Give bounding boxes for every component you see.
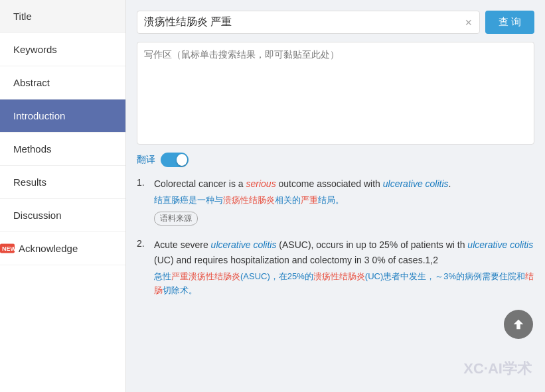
sidebar-item-label: Methods bbox=[13, 143, 52, 155]
sidebar-item-results[interactable]: Results bbox=[0, 166, 125, 199]
result-en-2[interactable]: Acute severe ulcerative colitis (ASUC), … bbox=[154, 237, 534, 267]
sidebar-item-label: Introduction bbox=[13, 110, 65, 121]
results-list: 1. Colorectal cancer is a serious outcom… bbox=[137, 176, 534, 312]
search-input-wrap[interactable]: 溃疡性结肠炎 严重 ✕ bbox=[137, 11, 480, 34]
sidebar-item-label: Discussion bbox=[13, 210, 62, 221]
write-area[interactable] bbox=[137, 42, 534, 145]
sidebar-item-introduction[interactable]: Introduction bbox=[0, 99, 125, 133]
highlight-uc-2a: ulcerative colitis bbox=[211, 239, 277, 250]
search-query-text: 溃疡性结肠炎 严重 bbox=[144, 15, 232, 29]
source-tag-1[interactable]: 语料来源 bbox=[154, 212, 198, 226]
highlight-serious: serious bbox=[246, 178, 276, 189]
highlight-zh-2: 严重 bbox=[301, 195, 318, 205]
highlight-zh-4: 溃疡性结肠炎 bbox=[313, 271, 365, 281]
result-item-1: 1. Colorectal cancer is a serious outcom… bbox=[137, 176, 534, 226]
result-num-1: 1. bbox=[137, 176, 149, 226]
new-badge: NEW bbox=[0, 243, 15, 253]
result-item-2: 2. Acute severe ulcerative colitis (ASUC… bbox=[137, 237, 534, 300]
toggle-knob bbox=[177, 154, 187, 166]
sidebar-item-label: Abstract bbox=[13, 77, 50, 88]
highlight-zh-3: 严重溃疡性结肠炎 bbox=[171, 271, 240, 281]
result-zh-1[interactable]: 结直肠癌是一种与溃疡性结肠炎相关的严重结局。 bbox=[154, 194, 534, 208]
sidebar-item-label: Results bbox=[13, 176, 46, 188]
sidebar: Title Keywords Abstract Introduction Met… bbox=[0, 0, 126, 392]
sidebar-item-keywords[interactable]: Keywords bbox=[0, 33, 125, 66]
main-content: 溃疡性结肠炎 严重 ✕ 查 询 翻译 1. Colorectal cancer … bbox=[126, 0, 545, 392]
highlight-ulcerative-colitis-1: ulcerative colitis bbox=[383, 178, 449, 189]
highlight-zh-1: 溃疡性结肠炎 bbox=[223, 195, 275, 205]
scroll-up-button[interactable] bbox=[504, 310, 533, 339]
sidebar-item-abstract[interactable]: Abstract bbox=[0, 66, 125, 99]
translate-row: 翻译 bbox=[137, 153, 534, 167]
sidebar-item-label: Acknowledge bbox=[19, 243, 78, 254]
highlight-uc-2b: ulcerative colitis bbox=[467, 239, 533, 250]
sidebar-item-label: Title bbox=[13, 11, 32, 22]
watermark: XC·AI学术 bbox=[463, 359, 532, 379]
result-content-1: Colorectal cancer is a serious outcome a… bbox=[154, 176, 534, 226]
search-button[interactable]: 查 询 bbox=[485, 11, 534, 34]
search-bar: 溃疡性结肠炎 严重 ✕ 查 询 bbox=[137, 11, 534, 34]
sidebar-item-acknowledge[interactable]: NEW Acknowledge bbox=[0, 232, 125, 265]
result-zh-2[interactable]: 急性严重溃疡性结肠炎(ASUC)，在25%的溃疡性结肠炎(UC)患者中发生，～3… bbox=[154, 270, 534, 298]
sidebar-item-title[interactable]: Title bbox=[0, 0, 125, 33]
result-en-1[interactable]: Colorectal cancer is a serious outcome a… bbox=[154, 176, 534, 191]
translate-label: 翻译 bbox=[137, 154, 155, 166]
clear-icon[interactable]: ✕ bbox=[465, 17, 473, 28]
arrow-up-icon bbox=[511, 317, 526, 332]
result-content-2: Acute severe ulcerative colitis (ASUC), … bbox=[154, 237, 534, 300]
translate-toggle[interactable] bbox=[161, 153, 189, 167]
sidebar-item-label: Keywords bbox=[13, 44, 57, 55]
result-num-2: 2. bbox=[137, 237, 149, 300]
sidebar-item-methods[interactable]: Methods bbox=[0, 133, 125, 166]
sidebar-item-discussion[interactable]: Discussion bbox=[0, 199, 125, 232]
